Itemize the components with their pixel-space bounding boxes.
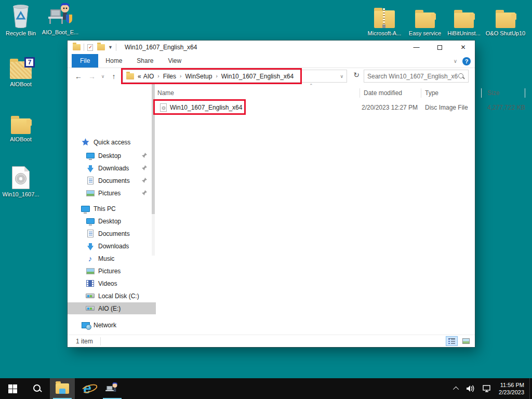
desktop-icon-aioboot-archive[interactable]: 7 AIOBoot xyxy=(0,54,42,88)
sidebar-item-documents-pc[interactable]: Documents xyxy=(68,228,156,240)
breadcrumb-item[interactable]: WinSetup xyxy=(185,73,212,80)
pin-icon xyxy=(141,152,148,158)
sidebar-item-pictures-qa[interactable]: Pictures xyxy=(68,187,156,199)
new-folder-quick-icon[interactable] xyxy=(97,44,105,50)
breadcrumb-separator-icon[interactable]: › xyxy=(156,73,161,79)
desktop-icon-microsoft-activation-zip[interactable]: Microsoft-A... xyxy=(364,3,405,37)
desktop-icon-hibituninstaller[interactable]: HiBitUninst... xyxy=(443,3,485,37)
tab-file[interactable]: File xyxy=(72,54,98,68)
minimize-button[interactable]: — xyxy=(405,41,428,54)
breadcrumb-item[interactable]: Win10_1607_English_x64 xyxy=(221,73,294,80)
help-icon[interactable]: ? xyxy=(462,57,471,65)
column-header-date-modified[interactable]: Date modified xyxy=(364,87,421,99)
pin-icon xyxy=(141,177,148,183)
sidebar-item-desktop-qa[interactable]: Desktop xyxy=(68,150,156,162)
sidebar-item-aio-e[interactable]: AIO (E:) xyxy=(68,302,156,314)
column-divider[interactable] xyxy=(360,88,360,98)
desktop-icon-easy-service[interactable]: Easy service xyxy=(404,3,446,37)
quick-access-star-icon xyxy=(81,138,90,147)
recent-locations-chevron-icon[interactable]: ∨ xyxy=(99,74,107,79)
sidebar-item-label: Documents xyxy=(98,230,130,237)
nav-scrollbar[interactable] xyxy=(152,84,155,256)
column-header-type[interactable]: Type xyxy=(425,87,480,99)
show-desktop-button[interactable] xyxy=(529,378,532,399)
sidebar-item-this-pc[interactable]: This PC xyxy=(68,203,156,215)
up-button[interactable]: ↑ xyxy=(107,72,121,81)
properties-quick-icon[interactable] xyxy=(87,44,93,51)
disc-image-file-icon xyxy=(160,103,167,112)
documents-icon xyxy=(86,177,95,185)
aio-drive-icon xyxy=(86,304,95,313)
breadcrumb-item[interactable]: Files xyxy=(163,73,176,80)
details-view-button[interactable] xyxy=(446,336,458,346)
taskbar-internet-explorer-button[interactable]: e xyxy=(75,378,100,399)
sidebar-item-network[interactable]: Network xyxy=(68,319,156,331)
start-button[interactable] xyxy=(0,378,25,399)
desktop-icon-aio-boot-extractor[interactable]: AIO_Boot_E... xyxy=(39,2,81,36)
file-row[interactable]: Win10_1607_English_x64 2/20/2023 12:27 P… xyxy=(156,101,470,114)
large-icons-view-button[interactable] xyxy=(460,336,472,346)
desktop-icon-recycle-bin[interactable]: Recycle Bin xyxy=(0,3,42,37)
breadcrumb-separator-icon[interactable]: › xyxy=(178,73,183,79)
breadcrumb-item[interactable]: AIO xyxy=(143,73,154,80)
address-dropdown-chevron-icon[interactable]: ∨ xyxy=(340,74,343,79)
file-list-pane: ⌃ Name Date modified Type Size Win10_160… xyxy=(156,84,475,335)
refresh-icon[interactable]: ↻ xyxy=(351,71,362,79)
title-bar[interactable]: ▼ Win10_1607_English_x64 — ✕ xyxy=(68,41,475,54)
column-divider[interactable] xyxy=(421,88,421,98)
sidebar-item-local-disk-c[interactable]: Local Disk (C:) xyxy=(68,290,156,302)
sidebar-item-documents-qa[interactable]: Documents xyxy=(68,175,156,187)
sidebar-item-desktop-pc[interactable]: Desktop xyxy=(68,215,156,227)
desktop-icon-label: HiBitUninst... xyxy=(443,30,485,37)
sidebar-item-pictures-pc[interactable]: Pictures xyxy=(68,265,156,277)
breadcrumb-collapsed[interactable]: « xyxy=(138,73,141,80)
column-header-size[interactable]: Size xyxy=(487,87,525,99)
taskbar-search-button[interactable] xyxy=(25,378,50,399)
documents-icon xyxy=(86,230,95,238)
sidebar-item-downloads-pc[interactable]: Downloads xyxy=(68,240,156,252)
tab-share[interactable]: Share xyxy=(129,54,161,68)
back-button[interactable]: ← xyxy=(72,72,85,81)
sidebar-item-downloads-qa[interactable]: Downloads xyxy=(68,162,156,174)
close-button[interactable]: ✕ xyxy=(451,41,475,54)
sidebar-item-label: This PC xyxy=(94,205,116,212)
sidebar-item-videos[interactable]: Videos xyxy=(68,277,156,289)
sidebar-item-music[interactable]: ♪ Music xyxy=(68,252,156,264)
sidebar-item-label: Music xyxy=(98,255,114,262)
search-icon[interactable] xyxy=(458,73,465,80)
desktop-icon-win10-iso[interactable]: Win10_1607... xyxy=(0,164,42,198)
desktop-icon-aioboot-folder[interactable]: AIOBoot xyxy=(0,109,42,143)
taskbar-aio-boot-button[interactable] xyxy=(100,378,125,399)
show-hidden-icons-chevron[interactable] xyxy=(455,387,459,391)
file-name-cell[interactable]: Win10_1607_English_x64 xyxy=(160,101,305,114)
volume-icon[interactable] xyxy=(466,384,475,393)
divider xyxy=(84,44,84,51)
column-divider[interactable] xyxy=(525,88,525,98)
network-tray-icon[interactable] xyxy=(483,385,492,393)
customize-qat-chevron-icon[interactable]: ▼ xyxy=(108,45,113,50)
folder-icon xyxy=(0,109,42,134)
breadcrumb: « AIO › Files › WinSetup › Win10_1607_En… xyxy=(138,73,294,80)
navigation-pane: Quick access Desktop Downloads Documents xyxy=(68,84,156,335)
large-icons-view-icon xyxy=(462,338,470,344)
file-name: Win10_1607_English_x64 xyxy=(170,104,242,111)
expand-ribbon-chevron-icon[interactable]: ∨ xyxy=(454,58,457,64)
taskbar-file-explorer-button[interactable] xyxy=(50,378,75,399)
desktop-icon-label: Recycle Bin xyxy=(0,30,42,37)
videos-icon xyxy=(86,280,95,288)
sidebar-item-quick-access[interactable]: Quick access xyxy=(68,136,156,148)
maximize-button[interactable] xyxy=(428,41,451,54)
column-header-name[interactable]: Name xyxy=(157,87,292,99)
tab-home[interactable]: Home xyxy=(98,54,129,68)
file-explorer-icon xyxy=(56,383,69,394)
breadcrumb-separator-icon[interactable]: › xyxy=(214,73,219,79)
column-divider[interactable] xyxy=(481,88,482,98)
forward-button[interactable]: → xyxy=(85,72,99,81)
tray-clock[interactable]: 11:56 PM 2/23/2023 xyxy=(499,381,524,396)
breadcrumb-folder-icon xyxy=(126,73,134,79)
address-bar[interactable]: « AIO › Files › WinSetup › Win10_1607_En… xyxy=(123,70,347,83)
desktop-icon-oo-shutup10[interactable]: O&O ShutUp10 xyxy=(485,3,526,37)
aio-boot-character-icon xyxy=(39,2,81,27)
tab-view[interactable]: View xyxy=(161,54,189,68)
search-input[interactable]: Search Win10_1607_English_x64 xyxy=(364,70,469,83)
